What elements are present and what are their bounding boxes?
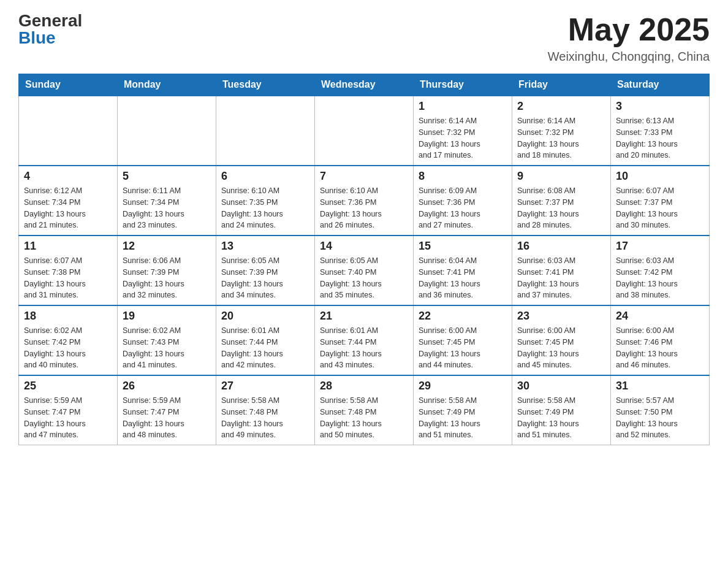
day-number: 30 [517, 380, 605, 393]
calendar-cell: 26Sunrise: 5:59 AM Sunset: 7:47 PM Dayli… [118, 375, 216, 445]
day-sun-info: Sunrise: 6:13 AM Sunset: 7:33 PM Dayligh… [616, 115, 704, 161]
day-number: 12 [123, 240, 211, 253]
day-sun-info: Sunrise: 5:58 AM Sunset: 7:48 PM Dayligh… [221, 395, 309, 441]
title-block: May 2025 Weixinghu, Chongqing, China [548, 12, 710, 64]
day-number: 27 [221, 380, 309, 393]
day-sun-info: Sunrise: 6:01 AM Sunset: 7:44 PM Dayligh… [320, 325, 408, 371]
calendar-cell: 21Sunrise: 6:01 AM Sunset: 7:44 PM Dayli… [315, 305, 414, 375]
day-number: 7 [320, 170, 408, 183]
day-sun-info: Sunrise: 6:07 AM Sunset: 7:37 PM Dayligh… [616, 185, 704, 231]
day-number: 29 [419, 380, 507, 393]
location-subtitle: Weixinghu, Chongqing, China [548, 50, 710, 64]
day-sun-info: Sunrise: 6:07 AM Sunset: 7:38 PM Dayligh… [24, 255, 112, 301]
day-number: 8 [419, 170, 507, 183]
day-number: 24 [616, 310, 704, 323]
day-number: 18 [24, 310, 112, 323]
day-sun-info: Sunrise: 6:09 AM Sunset: 7:36 PM Dayligh… [419, 185, 507, 231]
calendar-cell: 12Sunrise: 6:06 AM Sunset: 7:39 PM Dayli… [118, 236, 216, 305]
day-sun-info: Sunrise: 6:06 AM Sunset: 7:39 PM Dayligh… [123, 255, 211, 301]
day-sun-info: Sunrise: 6:14 AM Sunset: 7:32 PM Dayligh… [419, 115, 507, 161]
day-sun-info: Sunrise: 6:11 AM Sunset: 7:34 PM Dayligh… [123, 185, 211, 231]
day-number: 2 [517, 100, 605, 113]
day-number: 22 [419, 310, 507, 323]
calendar-header-row: SundayMondayTuesdayWednesdayThursdayFrid… [19, 74, 710, 96]
day-number: 5 [123, 170, 211, 183]
calendar-cell: 13Sunrise: 6:05 AM Sunset: 7:39 PM Dayli… [216, 236, 315, 305]
day-number: 21 [320, 310, 408, 323]
calendar-cell: 18Sunrise: 6:02 AM Sunset: 7:42 PM Dayli… [19, 305, 118, 375]
day-number: 4 [24, 170, 112, 183]
calendar-cell [118, 96, 216, 166]
calendar-cell: 28Sunrise: 5:58 AM Sunset: 7:48 PM Dayli… [315, 375, 414, 445]
calendar-cell: 8Sunrise: 6:09 AM Sunset: 7:36 PM Daylig… [414, 166, 512, 236]
calendar-cell: 15Sunrise: 6:04 AM Sunset: 7:41 PM Dayli… [414, 236, 512, 305]
calendar-cell: 1Sunrise: 6:14 AM Sunset: 7:32 PM Daylig… [414, 96, 512, 166]
day-sun-info: Sunrise: 6:02 AM Sunset: 7:42 PM Dayligh… [24, 325, 112, 371]
calendar-cell: 31Sunrise: 5:57 AM Sunset: 7:50 PM Dayli… [611, 375, 710, 445]
day-sun-info: Sunrise: 6:00 AM Sunset: 7:46 PM Dayligh… [616, 325, 704, 371]
day-sun-info: Sunrise: 5:58 AM Sunset: 7:48 PM Dayligh… [320, 395, 408, 441]
calendar-cell: 23Sunrise: 6:00 AM Sunset: 7:45 PM Dayli… [512, 305, 611, 375]
logo-blue-text: Blue [18, 29, 56, 47]
day-number: 11 [24, 240, 112, 253]
day-number: 23 [517, 310, 605, 323]
day-sun-info: Sunrise: 5:58 AM Sunset: 7:49 PM Dayligh… [419, 395, 507, 441]
day-number: 13 [221, 240, 309, 253]
day-number: 25 [24, 380, 112, 393]
day-number: 20 [221, 310, 309, 323]
calendar-cell: 19Sunrise: 6:02 AM Sunset: 7:43 PM Dayli… [118, 305, 216, 375]
day-sun-info: Sunrise: 6:03 AM Sunset: 7:41 PM Dayligh… [517, 255, 605, 301]
day-sun-info: Sunrise: 6:10 AM Sunset: 7:36 PM Dayligh… [320, 185, 408, 231]
day-number: 19 [123, 310, 211, 323]
weekday-header-sunday: Sunday [19, 74, 118, 96]
calendar-cell: 17Sunrise: 6:03 AM Sunset: 7:42 PM Dayli… [611, 236, 710, 305]
day-sun-info: Sunrise: 5:59 AM Sunset: 7:47 PM Dayligh… [24, 395, 112, 441]
week-row-3: 11Sunrise: 6:07 AM Sunset: 7:38 PM Dayli… [19, 236, 710, 305]
calendar-cell: 10Sunrise: 6:07 AM Sunset: 7:37 PM Dayli… [611, 166, 710, 236]
month-year-title: May 2025 [548, 12, 710, 47]
day-number: 31 [616, 380, 704, 393]
calendar-cell: 30Sunrise: 5:58 AM Sunset: 7:49 PM Dayli… [512, 375, 611, 445]
day-sun-info: Sunrise: 6:08 AM Sunset: 7:37 PM Dayligh… [517, 185, 605, 231]
day-sun-info: Sunrise: 5:57 AM Sunset: 7:50 PM Dayligh… [616, 395, 704, 441]
calendar-table: SundayMondayTuesdayWednesdayThursdayFrid… [18, 74, 710, 445]
calendar-cell: 25Sunrise: 5:59 AM Sunset: 7:47 PM Dayli… [19, 375, 118, 445]
calendar-cell: 11Sunrise: 6:07 AM Sunset: 7:38 PM Dayli… [19, 236, 118, 305]
day-sun-info: Sunrise: 6:03 AM Sunset: 7:42 PM Dayligh… [616, 255, 704, 301]
weekday-header-tuesday: Tuesday [216, 74, 315, 96]
day-number: 16 [517, 240, 605, 253]
day-sun-info: Sunrise: 6:04 AM Sunset: 7:41 PM Dayligh… [419, 255, 507, 301]
week-row-5: 25Sunrise: 5:59 AM Sunset: 7:47 PM Dayli… [19, 375, 710, 445]
day-sun-info: Sunrise: 6:05 AM Sunset: 7:40 PM Dayligh… [320, 255, 408, 301]
week-row-1: 1Sunrise: 6:14 AM Sunset: 7:32 PM Daylig… [19, 96, 710, 166]
day-number: 1 [419, 100, 507, 113]
calendar-cell [315, 96, 414, 166]
day-number: 6 [221, 170, 309, 183]
day-number: 3 [616, 100, 704, 113]
calendar-cell: 4Sunrise: 6:12 AM Sunset: 7:34 PM Daylig… [19, 166, 118, 236]
calendar-cell: 14Sunrise: 6:05 AM Sunset: 7:40 PM Dayli… [315, 236, 414, 305]
day-sun-info: Sunrise: 6:12 AM Sunset: 7:34 PM Dayligh… [24, 185, 112, 231]
calendar-cell: 16Sunrise: 6:03 AM Sunset: 7:41 PM Dayli… [512, 236, 611, 305]
calendar-cell: 29Sunrise: 5:58 AM Sunset: 7:49 PM Dayli… [414, 375, 512, 445]
weekday-header-friday: Friday [512, 74, 611, 96]
day-number: 14 [320, 240, 408, 253]
calendar-cell: 22Sunrise: 6:00 AM Sunset: 7:45 PM Dayli… [414, 305, 512, 375]
day-sun-info: Sunrise: 6:00 AM Sunset: 7:45 PM Dayligh… [517, 325, 605, 371]
day-number: 17 [616, 240, 704, 253]
page-header: General Blue May 2025 Weixinghu, Chongqi… [18, 12, 710, 64]
weekday-header-wednesday: Wednesday [315, 74, 414, 96]
calendar-cell: 2Sunrise: 6:14 AM Sunset: 7:32 PM Daylig… [512, 96, 611, 166]
calendar-cell [19, 96, 118, 166]
day-sun-info: Sunrise: 6:01 AM Sunset: 7:44 PM Dayligh… [221, 325, 309, 371]
calendar-cell: 27Sunrise: 5:58 AM Sunset: 7:48 PM Dayli… [216, 375, 315, 445]
day-sun-info: Sunrise: 5:58 AM Sunset: 7:49 PM Dayligh… [517, 395, 605, 441]
day-number: 15 [419, 240, 507, 253]
calendar-cell: 3Sunrise: 6:13 AM Sunset: 7:33 PM Daylig… [611, 96, 710, 166]
weekday-header-saturday: Saturday [611, 74, 710, 96]
weekday-header-thursday: Thursday [414, 74, 512, 96]
calendar-cell: 6Sunrise: 6:10 AM Sunset: 7:35 PM Daylig… [216, 166, 315, 236]
day-number: 26 [123, 380, 211, 393]
day-number: 28 [320, 380, 408, 393]
calendar-cell: 20Sunrise: 6:01 AM Sunset: 7:44 PM Dayli… [216, 305, 315, 375]
